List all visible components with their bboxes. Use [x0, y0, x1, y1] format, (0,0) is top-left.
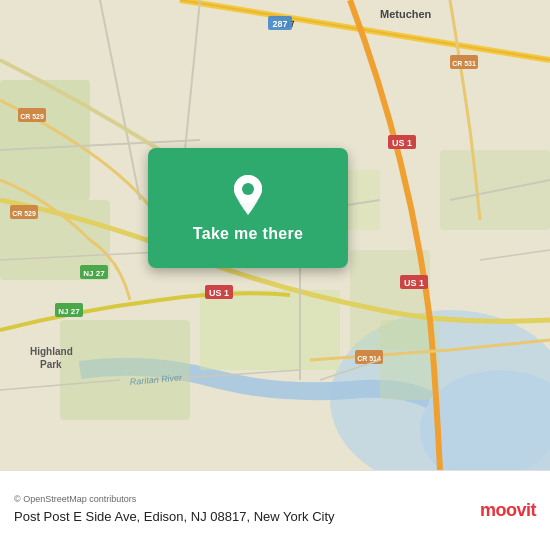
take-me-there-label: Take me there	[193, 225, 303, 243]
svg-text:CR 531: CR 531	[452, 60, 476, 67]
svg-text:CR 529: CR 529	[12, 210, 36, 217]
svg-text:287: 287	[272, 19, 287, 29]
svg-text:Park: Park	[40, 359, 62, 370]
location-pin-icon	[230, 173, 266, 217]
osm-credit: © OpenStreetMap contributors	[14, 494, 480, 504]
svg-rect-5	[60, 320, 190, 420]
svg-text:NJ 27: NJ 27	[83, 269, 105, 278]
bottom-bar: © OpenStreetMap contributors Post Post E…	[0, 470, 550, 550]
svg-rect-3	[0, 80, 90, 200]
moovit-logo: moovit	[480, 500, 536, 521]
svg-text:CR 529: CR 529	[20, 113, 44, 120]
address-section: © OpenStreetMap contributors Post Post E…	[14, 494, 480, 526]
moovit-brand-text: moovit	[480, 500, 536, 521]
address-text: Post Post E Side Ave, Edison, NJ 08817, …	[14, 508, 480, 526]
svg-text:NJ 27: NJ 27	[58, 307, 80, 316]
svg-point-50	[242, 183, 254, 195]
svg-text:Highland: Highland	[30, 346, 73, 357]
svg-text:US 1: US 1	[392, 138, 412, 148]
svg-text:Metuchen: Metuchen	[380, 8, 432, 20]
take-me-there-card[interactable]: Take me there	[148, 148, 348, 268]
svg-text:US 1: US 1	[404, 278, 424, 288]
svg-text:US 1: US 1	[209, 288, 229, 298]
